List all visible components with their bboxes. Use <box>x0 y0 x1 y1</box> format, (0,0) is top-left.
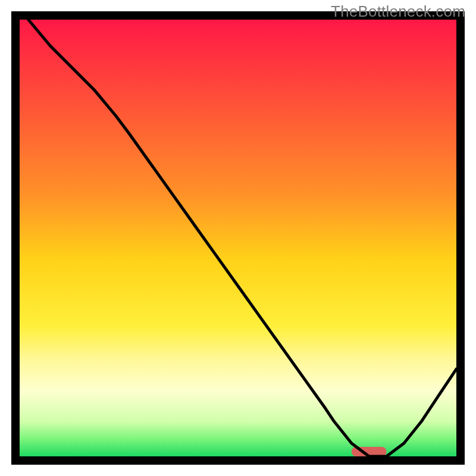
bottleneck-chart: TheBottleneck.com <box>0 0 476 476</box>
watermark-text: TheBottleneck.com <box>331 2 465 21</box>
chart-svg <box>0 0 476 476</box>
plot-bg <box>20 20 456 456</box>
